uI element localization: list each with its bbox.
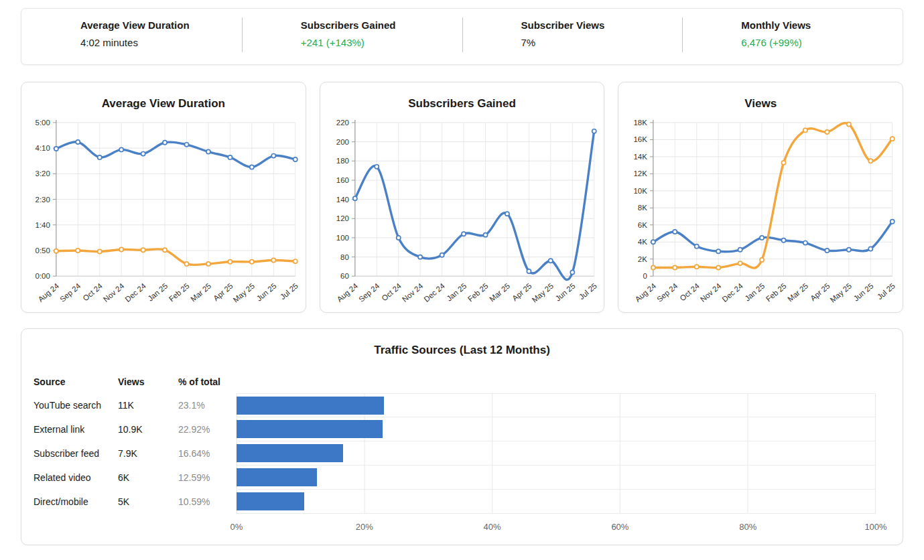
- stat-value: 7%: [521, 37, 683, 48]
- axis-tick-label: 60%: [611, 522, 629, 532]
- svg-text:10K: 10K: [634, 187, 648, 195]
- traffic-source-label: Related video: [34, 466, 118, 490]
- svg-text:140: 140: [336, 196, 348, 204]
- svg-text:May 25: May 25: [829, 282, 853, 304]
- stat-value: 4:02 minutes: [80, 37, 242, 48]
- stat-label: Average View Duration: [80, 19, 242, 31]
- svg-text:120: 120: [336, 214, 348, 222]
- traffic-source-label: YouTube search: [34, 393, 118, 417]
- traffic-views-value: 10.9K: [118, 417, 178, 441]
- svg-text:Oct 24: Oct 24: [81, 281, 104, 302]
- svg-text:12K: 12K: [634, 169, 648, 178]
- svg-text:160: 160: [336, 176, 348, 184]
- traffic-percent-value: 10.59%: [178, 490, 237, 514]
- stat-label: Subscriber Views: [521, 19, 683, 31]
- svg-text:Jun 25: Jun 25: [255, 282, 278, 303]
- svg-text:Jun 25: Jun 25: [852, 282, 875, 303]
- svg-text:Nov 24: Nov 24: [102, 281, 126, 303]
- traffic-views-value: 5K: [118, 490, 178, 514]
- svg-text:Jan 25: Jan 25: [146, 282, 169, 303]
- svg-text:4:10: 4:10: [36, 144, 50, 152]
- svg-text:Feb 25: Feb 25: [466, 282, 489, 303]
- svg-text:Nov 24: Nov 24: [699, 281, 723, 303]
- column-header-pct: % of total: [178, 376, 237, 393]
- chart-card-average-view-duration: Average View Duration 5:004:103:202:301:…: [21, 82, 306, 313]
- svg-text:220: 220: [336, 119, 348, 127]
- stat-card-subscriber-views: Subscriber Views 7%: [462, 9, 683, 64]
- svg-text:Dec 24: Dec 24: [721, 281, 745, 303]
- svg-text:Jul 25: Jul 25: [876, 282, 897, 301]
- svg-text:2K: 2K: [638, 255, 647, 263]
- svg-text:8K: 8K: [638, 204, 647, 212]
- analytics-dashboard: Average View Duration 4:02 minutes Subsc…: [0, 0, 924, 545]
- stat-card-monthly-views: Monthly Views 6,476 (+99%): [682, 9, 903, 64]
- traffic-bar-cell: [237, 466, 876, 490]
- svg-text:Jun 25: Jun 25: [553, 282, 576, 303]
- svg-text:0:50: 0:50: [36, 247, 50, 255]
- svg-text:100: 100: [336, 234, 348, 242]
- stat-label: Subscribers Gained: [301, 19, 462, 31]
- traffic-percent-value: 12.59%: [178, 466, 237, 490]
- svg-text:2:30: 2:30: [36, 196, 50, 204]
- subscribers-gained-line-chart: 2202001801601401201008060Aug 24Sep 24Oct…: [320, 115, 604, 309]
- svg-text:80: 80: [340, 253, 349, 261]
- svg-text:Jul 25: Jul 25: [279, 282, 300, 301]
- chart-title: Views: [618, 97, 903, 111]
- axis-tick-label: 80%: [739, 522, 756, 532]
- svg-text:60: 60: [340, 272, 349, 280]
- svg-text:180: 180: [336, 157, 348, 165]
- summary-stats-bar: Average View Duration 4:02 minutes Subsc…: [21, 8, 903, 65]
- svg-text:Jan 25: Jan 25: [744, 282, 767, 303]
- traffic-bar: [237, 444, 343, 462]
- svg-text:Apr 25: Apr 25: [212, 282, 235, 303]
- svg-text:Dec 24: Dec 24: [123, 281, 147, 303]
- views-line-chart: 18K16K14K12K10K8K6K4K2K0Aug 24Sep 24Oct …: [618, 115, 903, 309]
- svg-text:Nov 24: Nov 24: [401, 281, 425, 303]
- charts-row: Average View Duration 5:004:103:202:301:…: [21, 82, 903, 313]
- svg-text:Apr 25: Apr 25: [511, 282, 533, 303]
- traffic-views-value: 11K: [118, 393, 178, 417]
- traffic-bar-axis: 0%20%40%60%80%100%: [237, 518, 876, 534]
- svg-text:1:40: 1:40: [36, 221, 50, 229]
- traffic-views-value: 6K: [118, 466, 178, 490]
- traffic-sources-table: Source Views % of total YouTube search11…: [34, 373, 876, 514]
- svg-text:Aug 24: Aug 24: [634, 281, 658, 303]
- chart-card-subscribers-gained: Subscribers Gained 220200180160140120100…: [320, 82, 605, 313]
- svg-text:Sep 24: Sep 24: [655, 281, 679, 303]
- stat-label: Monthly Views: [741, 19, 903, 31]
- chart-card-views: Views 18K16K14K12K10K8K6K4K2K0Aug 24Sep …: [618, 82, 903, 313]
- traffic-bar-cell: [237, 490, 876, 514]
- svg-text:14K: 14K: [634, 153, 648, 161]
- traffic-sources-card: Traffic Sources (Last 12 Months) Source …: [21, 328, 903, 545]
- svg-text:Apr 25: Apr 25: [809, 282, 832, 303]
- traffic-percent-value: 23.1%: [178, 393, 237, 417]
- axis-tick-label: 0%: [230, 522, 243, 532]
- svg-text:Aug 24: Aug 24: [37, 281, 61, 303]
- svg-text:Mar 25: Mar 25: [488, 282, 511, 303]
- chart-title: Subscribers Gained: [320, 97, 604, 111]
- svg-text:Oct 24: Oct 24: [679, 281, 702, 302]
- svg-text:Dec 24: Dec 24: [422, 281, 446, 303]
- svg-text:0:00: 0:00: [36, 272, 50, 280]
- svg-text:0: 0: [643, 272, 647, 280]
- svg-text:18K: 18K: [634, 119, 648, 127]
- svg-text:May 25: May 25: [232, 282, 256, 304]
- svg-text:Aug 24: Aug 24: [335, 281, 359, 303]
- stat-value: +241 (+143%): [301, 37, 462, 48]
- stat-card-average-view-duration: Average View Duration 4:02 minutes: [21, 9, 242, 64]
- svg-text:5:00: 5:00: [36, 119, 50, 127]
- average-view-duration-line-chart: 5:004:103:202:301:400:500:00Aug 24Sep 24…: [21, 115, 306, 309]
- svg-text:Feb 25: Feb 25: [168, 282, 191, 303]
- traffic-bar-cell: [237, 417, 876, 441]
- svg-text:Feb 25: Feb 25: [765, 282, 788, 303]
- svg-text:May 25: May 25: [530, 282, 554, 304]
- svg-text:200: 200: [336, 138, 348, 146]
- svg-text:16K: 16K: [634, 135, 648, 143]
- traffic-bar-cell: [237, 441, 876, 466]
- traffic-source-label: Subscriber feed: [34, 441, 118, 466]
- traffic-bar: [237, 468, 317, 486]
- svg-text:Oct 24: Oct 24: [380, 281, 403, 302]
- svg-text:Jul 25: Jul 25: [578, 282, 598, 301]
- traffic-bar: [237, 492, 304, 510]
- traffic-percent-value: 22.92%: [178, 417, 237, 441]
